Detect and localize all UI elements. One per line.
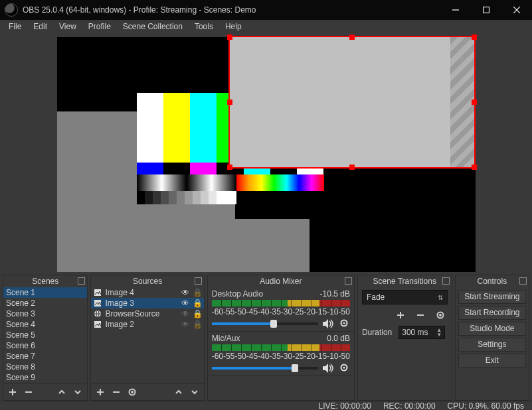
transition-value: Fade — [367, 293, 385, 302]
gear-icon[interactable] — [339, 363, 350, 374]
resize-handle[interactable] — [349, 165, 355, 170]
detach-icon[interactable] — [519, 277, 527, 285]
transitions-panel: Scene Transitions Fade ⇅ Duration 300 ms… — [357, 275, 452, 401]
source-properties-button[interactable] — [125, 385, 139, 399]
remove-transition-button[interactable] — [413, 308, 428, 322]
menu-file[interactable]: File — [3, 20, 27, 33]
detach-icon[interactable] — [78, 277, 85, 285]
add-source-button[interactable] — [93, 385, 108, 399]
minimize-button[interactable] — [440, 0, 471, 20]
transition-select[interactable]: Fade ⇅ — [362, 290, 448, 305]
chevron-down-icon[interactable]: ▼ — [436, 332, 442, 337]
start-streaming-button[interactable]: Start Streaming — [458, 290, 526, 304]
resize-handle[interactable] — [472, 165, 477, 170]
menu-profile[interactable]: Profile — [82, 20, 117, 33]
scenes-title: Scenes — [32, 277, 58, 286]
audio-mixer-panel: Audio Mixer Desktop Audio-10.5 dB-60-55-… — [207, 275, 355, 401]
preview-layer — [57, 219, 310, 272]
menu-edit[interactable]: Edit — [27, 20, 53, 33]
resize-handle[interactable] — [472, 34, 477, 40]
scenes-list[interactable]: Scene 1Scene 2Scene 3Scene 4Scene 5Scene… — [3, 287, 87, 383]
vu-meter — [212, 300, 350, 307]
add-transition-button[interactable] — [393, 308, 408, 322]
remove-scene-button[interactable] — [21, 385, 36, 399]
maximize-button[interactable] — [471, 0, 501, 20]
lock-toggle[interactable]: 🔒 — [193, 320, 202, 329]
source-item[interactable]: BrowserSource👁🔒 — [91, 308, 203, 319]
detach-icon[interactable] — [442, 277, 450, 285]
track-level: -10.5 dB — [320, 289, 350, 299]
menu-help[interactable]: Help — [219, 20, 248, 33]
scene-item[interactable]: Scene 7 — [3, 351, 87, 362]
sources-panel: Sources Image 4👁🔒Image 3👁🔒BrowserSource👁… — [90, 275, 204, 401]
start-recording-button[interactable]: Start Recording — [458, 306, 526, 320]
scene-item[interactable]: Scene 5 — [3, 330, 87, 340]
resize-handle[interactable] — [227, 34, 232, 40]
gear-icon[interactable] — [339, 318, 350, 329]
mixer-track: Mic/Aux0.0 dB-60-55-50-45-40-35-30-25-20… — [208, 332, 354, 376]
scene-item[interactable]: Scene 4 — [3, 319, 87, 330]
visibility-toggle[interactable]: 👁 — [181, 320, 190, 329]
close-button[interactable] — [501, 0, 532, 20]
chevron-updown-icon: ⇅ — [438, 294, 443, 301]
menu-tools[interactable]: Tools — [189, 20, 219, 33]
scene-item[interactable]: Scene 1 — [3, 287, 87, 298]
menu-scene-collection[interactable]: Scene Collection — [117, 20, 189, 33]
scene-item[interactable]: Scene 2 — [3, 298, 87, 308]
duration-spinner[interactable]: 300 ms ▲▼ — [399, 326, 445, 339]
sources-title: Sources — [133, 277, 162, 286]
resize-handle[interactable] — [349, 34, 355, 40]
sources-list[interactable]: Image 4👁🔒Image 3👁🔒BrowserSource👁🔒Image 2… — [91, 287, 203, 330]
svg-marker-18 — [323, 319, 328, 328]
image-icon — [93, 320, 102, 329]
remove-source-button[interactable] — [109, 385, 124, 399]
preview-area[interactable] — [0, 33, 532, 275]
exit-button[interactable]: Exit — [458, 354, 526, 368]
detach-icon[interactable] — [195, 277, 202, 285]
move-source-up-button[interactable] — [171, 385, 186, 399]
resize-handle[interactable] — [227, 165, 232, 170]
svg-point-28 — [439, 314, 441, 316]
source-item[interactable]: Image 4👁🔒 — [91, 287, 203, 298]
transition-properties-button[interactable] — [433, 308, 448, 322]
settings-button[interactable]: Settings — [458, 338, 526, 352]
scene-item[interactable]: Scene 6 — [3, 340, 87, 351]
status-live: LIVE: 00:00:00 — [318, 401, 371, 410]
panels-row: Scenes Scene 1Scene 2Scene 3Scene 4Scene… — [0, 275, 532, 401]
visibility-toggle[interactable]: 👁 — [181, 288, 190, 297]
detach-icon[interactable] — [345, 277, 352, 285]
source-item[interactable]: Image 2👁🔒 — [91, 319, 203, 330]
scene-item[interactable]: Scene 9 — [3, 372, 87, 383]
app-logo — [5, 3, 18, 17]
volume-slider[interactable] — [212, 367, 318, 370]
image-icon — [93, 288, 102, 297]
resize-handle[interactable] — [472, 100, 477, 105]
source-item[interactable]: Image 3👁🔒 — [91, 298, 203, 308]
volume-slider[interactable] — [212, 322, 318, 325]
visibility-toggle[interactable]: 👁 — [181, 299, 190, 308]
menubar: File Edit View Profile Scene Collection … — [0, 20, 532, 33]
selection-box[interactable] — [228, 36, 476, 169]
move-source-down-button[interactable] — [187, 385, 202, 399]
menu-view[interactable]: View — [53, 20, 82, 33]
move-scene-up-button[interactable] — [54, 385, 69, 399]
lock-toggle[interactable]: 🔒 — [193, 288, 202, 297]
status-cpu: CPU: 0.9%, 60.00 fps — [448, 401, 524, 410]
scene-item[interactable]: Scene 8 — [3, 362, 87, 372]
scenes-panel: Scenes Scene 1Scene 2Scene 3Scene 4Scene… — [3, 275, 88, 401]
svg-point-23 — [343, 367, 345, 369]
add-scene-button[interactable] — [5, 385, 20, 399]
lock-toggle[interactable]: 🔒 — [193, 309, 202, 318]
lock-toggle[interactable]: 🔒 — [193, 299, 202, 308]
speaker-icon[interactable] — [322, 363, 335, 374]
resize-handle[interactable] — [227, 100, 232, 105]
visibility-toggle[interactable]: 👁 — [181, 309, 190, 318]
duration-value: 300 ms — [402, 328, 428, 337]
scene-item[interactable]: Scene 3 — [3, 308, 87, 319]
duration-label: Duration — [362, 328, 392, 337]
studio-mode-button[interactable]: Studio Mode — [458, 322, 526, 336]
move-scene-down-button[interactable] — [70, 385, 85, 399]
speaker-icon[interactable] — [322, 318, 335, 329]
preview-canvas[interactable] — [57, 37, 476, 272]
svg-point-20 — [343, 322, 345, 324]
